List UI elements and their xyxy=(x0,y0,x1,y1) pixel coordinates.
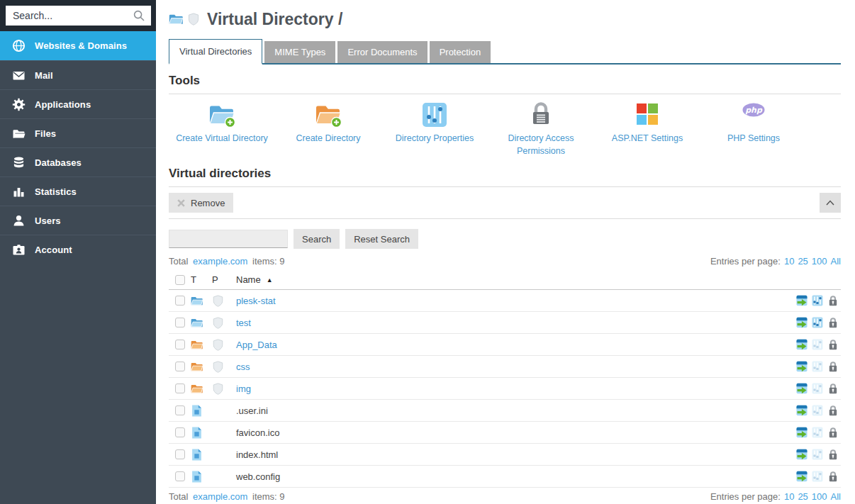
row-name-link[interactable]: plesk-stat xyxy=(236,296,276,306)
row-checkbox[interactable] xyxy=(175,383,185,393)
entries-per-page-option-25[interactable]: 25 xyxy=(798,491,808,502)
tab-mime-types[interactable]: MIME Types xyxy=(264,41,335,63)
open-directory-icon[interactable] xyxy=(796,471,808,482)
row-name-link[interactable]: App_Data xyxy=(236,340,277,350)
filter-input[interactable] xyxy=(169,230,288,248)
directory-properties-icon xyxy=(812,361,823,372)
sidebar-item-account[interactable]: Account xyxy=(0,235,156,264)
list-heading: Virtual directories xyxy=(169,167,841,187)
row-name-text: index.html xyxy=(236,449,278,460)
tool-directory-properties[interactable]: Directory Properties xyxy=(381,101,488,157)
permissions-lock-icon[interactable] xyxy=(827,317,839,328)
entries-per-page-label: Entries per page: xyxy=(710,256,781,267)
collapse-toolbar-button[interactable] xyxy=(820,193,841,213)
search-input[interactable] xyxy=(6,6,151,26)
table-row: img xyxy=(169,378,841,400)
entries-per-page-option-100[interactable]: 100 xyxy=(812,491,827,502)
permissions-lock-icon[interactable] xyxy=(827,295,839,306)
tool-label[interactable]: Directory Properties xyxy=(381,133,488,145)
permissions-lock-icon[interactable] xyxy=(827,427,839,438)
permissions-lock-icon[interactable] xyxy=(827,361,839,372)
file-icon xyxy=(191,449,203,461)
permissions-lock-icon[interactable] xyxy=(827,339,839,350)
entries-per-page-option-25[interactable]: 25 xyxy=(798,256,808,267)
open-directory-icon[interactable] xyxy=(796,317,808,328)
reset-search-button[interactable]: Reset Search xyxy=(345,229,418,249)
open-directory-icon[interactable] xyxy=(796,361,808,372)
chart-icon xyxy=(12,185,26,198)
open-directory-icon[interactable] xyxy=(796,339,808,350)
domain-link[interactable]: example.com xyxy=(193,256,247,267)
sidebar-item-files[interactable]: Files xyxy=(0,118,156,147)
row-name-link[interactable]: img xyxy=(236,383,251,394)
tool-label[interactable]: Create Directory xyxy=(275,133,381,145)
shield-icon xyxy=(188,13,199,26)
sidebar-item-websites-domains[interactable]: Websites & Domains xyxy=(0,31,156,60)
shield-icon xyxy=(212,295,224,307)
open-directory-icon[interactable] xyxy=(796,427,808,438)
directory-properties-icon xyxy=(812,471,823,482)
sidebar-item-label: Account xyxy=(35,245,72,255)
entries-per-page-option-all[interactable]: All xyxy=(831,491,841,502)
column-name-sort[interactable]: Name ▲ xyxy=(236,274,839,285)
directory-properties-icon[interactable] xyxy=(812,295,823,306)
tab-virtual-directories[interactable]: Virtual Directories xyxy=(169,39,262,65)
permissions-lock-icon[interactable] xyxy=(827,405,839,416)
permissions-lock-icon[interactable] xyxy=(827,449,839,460)
page-title-row: Virtual Directory / xyxy=(169,9,841,30)
open-directory-icon[interactable] xyxy=(796,295,808,306)
row-checkbox[interactable] xyxy=(175,318,185,327)
row-checkbox[interactable] xyxy=(175,471,185,481)
domain-link[interactable]: example.com xyxy=(193,491,247,502)
remove-button[interactable]: Remove xyxy=(169,193,233,213)
tool-create-directory[interactable]: Create Directory xyxy=(275,101,381,157)
folder-orange-icon xyxy=(191,383,203,395)
shield-icon xyxy=(212,339,224,351)
open-directory-icon[interactable] xyxy=(796,383,808,394)
open-directory-icon[interactable] xyxy=(796,449,808,460)
tool-asp-net-settings[interactable]: ASP.NET Settings xyxy=(594,101,700,157)
entries-per-page-option-all[interactable]: All xyxy=(831,256,841,267)
list-meta-bottom: Total example.com items: 9 Entries per p… xyxy=(169,491,841,502)
tab-protection[interactable]: Protection xyxy=(430,41,491,63)
row-checkbox[interactable] xyxy=(175,296,185,306)
entries-per-page-option-100[interactable]: 100 xyxy=(812,256,827,267)
select-all-checkbox[interactable] xyxy=(175,275,185,285)
tab-error-documents[interactable]: Error Documents xyxy=(337,41,427,63)
gear-icon xyxy=(12,98,26,111)
folder-plus-blue-icon xyxy=(169,101,275,129)
tool-label[interactable]: ASP.NET Settings xyxy=(594,133,700,145)
sidebar-item-applications[interactable]: Applications xyxy=(0,89,156,118)
sidebar-item-statistics[interactable]: Statistics xyxy=(0,177,156,206)
tool-label[interactable]: Create Virtual Directory xyxy=(169,133,275,145)
entries-per-page-option-10[interactable]: 10 xyxy=(784,256,794,267)
sidebar-item-databases[interactable]: Databases xyxy=(0,147,156,177)
tab-bar: Virtual DirectoriesMIME TypesError Docum… xyxy=(169,39,841,65)
row-checkbox[interactable] xyxy=(175,449,185,459)
entries-per-page: Entries per page: 1025100All xyxy=(710,491,841,502)
tool-directory-access-permissions[interactable]: Directory Access Permissions xyxy=(488,101,594,157)
sidebar-item-users[interactable]: Users xyxy=(0,206,156,235)
permissions-lock-icon[interactable] xyxy=(827,383,839,394)
row-checkbox[interactable] xyxy=(175,427,185,437)
folder-blue-icon xyxy=(191,295,203,307)
tool-php-settings[interactable]: PHP Settings xyxy=(700,101,807,157)
sidebar-item-label: Databases xyxy=(35,157,82,168)
open-directory-icon[interactable] xyxy=(796,405,808,416)
tool-label[interactable]: PHP Settings xyxy=(700,133,807,145)
search-button[interactable]: Search xyxy=(294,229,340,249)
tool-create-virtual-directory[interactable]: Create Virtual Directory xyxy=(169,101,275,157)
row-name-link[interactable]: test xyxy=(236,318,251,328)
row-checkbox[interactable] xyxy=(175,340,185,349)
row-checkbox[interactable] xyxy=(175,405,185,415)
row-checkbox[interactable] xyxy=(175,362,185,371)
permissions-lock-icon[interactable] xyxy=(827,471,839,482)
table-row: .user.ini xyxy=(169,400,841,422)
entries-per-page-option-10[interactable]: 10 xyxy=(784,491,794,502)
directory-properties-icon[interactable] xyxy=(812,317,823,328)
sidebar-item-mail[interactable]: Mail xyxy=(0,60,156,89)
sidebar-item-label: Files xyxy=(35,128,56,139)
tool-label[interactable]: Directory Access Permissions xyxy=(488,133,594,157)
row-name-link[interactable]: css xyxy=(236,362,250,372)
list-toolbar: Remove xyxy=(169,187,841,219)
